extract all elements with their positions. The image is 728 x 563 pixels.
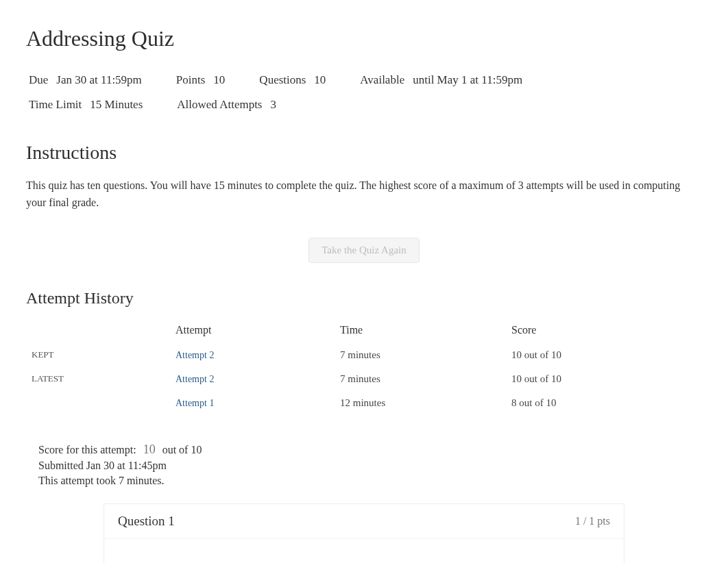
attempt-link[interactable]: Attempt 1 xyxy=(175,398,214,408)
row-tag: KEPT xyxy=(26,343,170,367)
meta-due-value: Jan 30 at 11:59pm xyxy=(56,73,142,87)
row-tag xyxy=(26,391,170,415)
instructions-heading: Instructions xyxy=(26,142,702,164)
table-row: Attempt 1 12 minutes 8 out of 10 xyxy=(26,391,702,415)
meta-attempts: Allowed Attempts 3 xyxy=(177,98,276,112)
col-tag xyxy=(26,317,170,343)
instructions-text: This quiz has ten questions. You will ha… xyxy=(26,177,702,212)
question-card: Question 1 1 / 1 pts xyxy=(104,503,624,563)
score-suffix: out of 10 xyxy=(162,444,202,455)
meta-available: Available until May 1 at 11:59pm xyxy=(360,73,522,87)
row-tag: LATEST xyxy=(26,367,170,391)
meta-due-label: Due xyxy=(29,73,48,87)
question-body xyxy=(104,538,624,563)
question-title: Question 1 xyxy=(118,514,175,529)
score-label: Score for this attempt: xyxy=(38,444,136,455)
attempt-history-heading: Attempt History xyxy=(26,289,702,308)
meta-timelimit-value: 15 Minutes xyxy=(90,98,143,112)
meta-points-label: Points xyxy=(176,73,206,87)
table-row: LATEST Attempt 2 7 minutes 10 out of 10 xyxy=(26,367,702,391)
duration-line: This attempt took 7 minutes. xyxy=(38,475,702,487)
row-score: 8 out of 10 xyxy=(506,391,702,415)
take-quiz-again-button[interactable]: Take the Quiz Again xyxy=(308,238,420,263)
attempt-summary: Score for this attempt: 10 out of 10 Sub… xyxy=(26,442,702,487)
quiz-meta-row-1: Due Jan 30 at 11:59pm Points 10 Question… xyxy=(26,68,702,92)
meta-points: Points 10 xyxy=(176,73,226,87)
attempt-link[interactable]: Attempt 2 xyxy=(175,350,214,360)
attempt-link[interactable]: Attempt 2 xyxy=(175,374,214,384)
quiz-meta-row-2: Time Limit 15 Minutes Allowed Attempts 3 xyxy=(26,92,702,117)
row-time: 12 minutes xyxy=(335,391,506,415)
meta-questions-value: 10 xyxy=(314,73,326,87)
meta-available-value: until May 1 at 11:59pm xyxy=(413,73,522,87)
col-time: Time xyxy=(335,317,506,343)
row-time: 7 minutes xyxy=(335,367,506,391)
meta-available-label: Available xyxy=(360,73,404,87)
score-value: 10 xyxy=(139,442,160,456)
meta-points-value: 10 xyxy=(213,73,225,87)
row-score: 10 out of 10 xyxy=(506,343,702,367)
row-time: 7 minutes xyxy=(335,343,506,367)
col-attempt: Attempt xyxy=(170,317,335,343)
meta-timelimit: Time Limit 15 Minutes xyxy=(29,98,143,112)
meta-questions: Questions 10 xyxy=(259,73,326,87)
attempt-history-table: Attempt Time Score KEPT Attempt 2 7 minu… xyxy=(26,317,702,415)
meta-attempts-label: Allowed Attempts xyxy=(177,98,262,112)
meta-due: Due Jan 30 at 11:59pm xyxy=(29,73,142,87)
submitted-line: Submitted Jan 30 at 11:45pm xyxy=(38,460,702,472)
page-title: Addressing Quiz xyxy=(26,26,702,51)
question-points: 1 / 1 pts xyxy=(575,515,610,527)
meta-timelimit-label: Time Limit xyxy=(29,98,82,112)
col-score: Score xyxy=(506,317,702,343)
table-row: KEPT Attempt 2 7 minutes 10 out of 10 xyxy=(26,343,702,367)
meta-questions-label: Questions xyxy=(259,73,306,87)
meta-attempts-value: 3 xyxy=(271,98,277,112)
row-score: 10 out of 10 xyxy=(506,367,702,391)
